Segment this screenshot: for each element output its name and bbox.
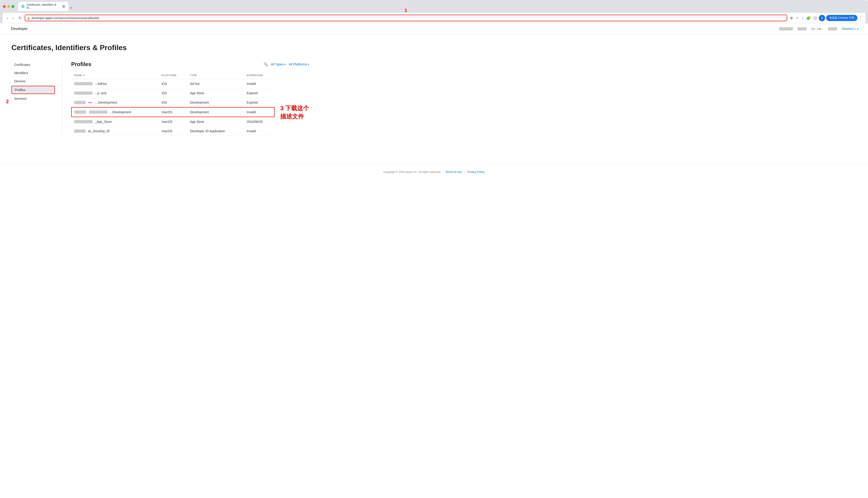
- header-blurred-2: [797, 27, 807, 30]
- reload-button[interactable]: ↻: [17, 15, 23, 21]
- cell-name: _App_Store: [72, 117, 159, 127]
- name-blurred-2: [89, 110, 107, 114]
- fullscreen-window-button[interactable]: [11, 5, 14, 8]
- page-content: Developer Co., Ltd. - Shaohai Li ∨ Certi…: [0, 23, 868, 498]
- step2-annotation: 2: [6, 99, 9, 105]
- traffic-lights: [3, 5, 14, 8]
- cell-expiration: 2024/06/20: [244, 117, 275, 127]
- privacy-policy-link[interactable]: Privacy Policy: [468, 170, 485, 174]
- cell-type: Development: [187, 98, 244, 107]
- browser-menu-button[interactable]: ⋮: [858, 15, 863, 21]
- column-header-type: TYPE: [187, 72, 244, 79]
- sort-arrow-icon: ▾: [83, 74, 85, 77]
- cell-platform: macOS: [159, 117, 187, 127]
- browser-user-avatar[interactable]: S: [819, 15, 825, 21]
- terms-of-use-link[interactable]: Terms of Use: [445, 170, 462, 174]
- profiles-table: NAME ▾ PLATFORM TYPE EXPIR: [71, 72, 275, 136]
- name-blurred: [74, 120, 92, 123]
- cell-name: ac_Develop_ID: [72, 127, 159, 136]
- translate-button[interactable]: ⊕: [789, 15, 794, 21]
- filter-area: 🔍 All Types ▾ All Platforms ▾: [264, 62, 309, 67]
- navigation-bar: ‹ › ↻ 🔒 1 ⊕ ☆ ↓ 🧩 ◫ S 有新版 Chrome 可用 ⋮: [3, 13, 865, 23]
- sidebar-item-devices[interactable]: Devices: [11, 78, 55, 85]
- column-header-platform: PLATFORM: [159, 72, 187, 79]
- cell-type: App Store: [187, 89, 244, 98]
- sidebar: 2 Certificates Identifiers Devices Profi…: [11, 61, 62, 136]
- table-row[interactable]: _App_Store macOS App Store 2024/06/20: [72, 117, 275, 127]
- browser-chrome: 🌐 Certificates, Identifiers & Pr... × + …: [0, 0, 868, 23]
- sidebar-item-services[interactable]: Services: [11, 95, 55, 102]
- footer-separator-2: |: [464, 170, 465, 174]
- table-body: ...AdHoc iOS Ad hoc Invalid: [72, 79, 275, 136]
- content-layout: 2 Certificates Identifiers Devices Profi…: [11, 61, 309, 136]
- tab-close-button[interactable]: ×: [62, 5, 65, 8]
- sidebar-item-certificates[interactable]: Certificates: [11, 61, 55, 68]
- column-header-expiration: EXPIRATION: [244, 72, 275, 79]
- profiles-header: Profiles 🔍 All Types ▾ All Platforms ▾: [71, 61, 309, 67]
- browser-titlebar: 🌐 Certificates, Identifiers & Pr... × +: [3, 2, 865, 11]
- chrome-update-button[interactable]: 有新版 Chrome 可用: [826, 15, 857, 21]
- page-title: Certificates, Identifiers & Profiles: [11, 43, 309, 52]
- cell-expiration: Expired: [244, 98, 275, 107]
- copyright-text: Copyright © 2024 Apple Inc. All rights r…: [383, 170, 441, 174]
- table-area: NAME ▾ PLATFORM TYPE EXPIR: [71, 72, 309, 136]
- step1-annotation: 1: [405, 8, 407, 13]
- header-right: Co., Ltd. - Shaohai Li ∨: [779, 27, 859, 30]
- filter-types-button[interactable]: All Types ▾: [271, 63, 286, 66]
- sidebar-item-identifiers[interactable]: Identifiers: [11, 69, 55, 77]
- new-tab-button[interactable]: +: [69, 5, 73, 11]
- table-row[interactable]: ac_Develop_ID macOS Developer ID Applica…: [72, 127, 275, 136]
- header-blurred-1: [779, 27, 793, 30]
- close-window-button[interactable]: [3, 5, 6, 8]
- minimize-window-button[interactable]: [7, 5, 10, 8]
- apple-developer-label: Developer: [11, 27, 28, 31]
- header-blurred-3: [828, 27, 837, 30]
- table-row[interactable]: ...AdHoc iOS Ad hoc Invalid: [72, 79, 275, 89]
- cell-expiration: Invalid: [244, 107, 275, 117]
- cell-name: ...AdHoc: [72, 79, 159, 89]
- header-user-link[interactable]: Shaohai Li ∨: [842, 27, 859, 30]
- cell-platform: iOS: [159, 98, 187, 107]
- cell-expiration: Invalid: [244, 127, 275, 136]
- cell-expiration: Expired: [244, 89, 275, 98]
- cell-name: ...p .tore: [72, 89, 159, 98]
- table-row[interactable]: ...p .tore iOS App Store Expired: [72, 89, 275, 98]
- cell-platform: iOS: [159, 89, 187, 98]
- cell-type: Ad hoc: [187, 79, 244, 89]
- sidebar-item-profiles[interactable]: Profiles: [11, 86, 55, 94]
- address-bar-container: 🔒 1: [25, 15, 787, 21]
- apple-developer-header: Developer Co., Ltd. - Shaohai Li ∨: [0, 23, 868, 34]
- name-blurred-1: [74, 110, 86, 114]
- forward-button[interactable]: ›: [11, 15, 15, 21]
- main-area: Certificates, Identifiers & Profiles 2 C…: [0, 34, 320, 149]
- extensions-button[interactable]: 🧩: [805, 15, 812, 21]
- profile-button[interactable]: ↓: [801, 15, 804, 21]
- chevron-down-icon: ▾: [284, 63, 286, 66]
- table-header: NAME ▾ PLATFORM TYPE EXPIR: [72, 72, 275, 79]
- filter-platforms-button[interactable]: All Platforms ▾: [289, 63, 309, 66]
- selected-table-row[interactable]: ...Development macOS Development Invalid: [72, 107, 275, 117]
- profiles-main-content: Profiles 🔍 All Types ▾ All Platforms ▾: [62, 61, 309, 136]
- tab-title: Certificates, Identifiers & Pr...: [27, 3, 60, 10]
- cell-platform: macOS: [159, 107, 187, 117]
- address-input[interactable]: [25, 15, 787, 21]
- name-blurred-prefix: [74, 101, 86, 104]
- column-header-name[interactable]: NAME ▾: [72, 72, 159, 79]
- tab-bar: 🌐 Certificates, Identifiers & Pr... × +: [18, 2, 857, 11]
- header-co-label: Co., Ltd. -: [811, 27, 824, 30]
- cell-platform: iOS: [159, 79, 187, 89]
- active-tab[interactable]: 🌐 Certificates, Identifiers & Pr... ×: [18, 2, 68, 11]
- browser-nav-actions: ⊕ ☆ ↓ 🧩 ◫ S 有新版 Chrome 可用 ⋮: [789, 15, 863, 21]
- cell-type: App Store: [187, 117, 244, 127]
- back-button[interactable]: ‹: [5, 15, 9, 21]
- sidebarext-button[interactable]: ◫: [813, 15, 818, 21]
- search-icon[interactable]: 🔍: [264, 62, 268, 67]
- cell-type: Developer ID Application: [187, 127, 244, 136]
- profiles-title: Profiles: [71, 61, 91, 67]
- table-row[interactable]: ▪▪▪ ....Development iOS Development Expi…: [72, 98, 275, 107]
- bookmark-button[interactable]: ☆: [795, 15, 800, 21]
- lock-icon: 🔒: [27, 16, 30, 19]
- cell-name: ▪▪▪ ....Development: [72, 98, 159, 107]
- apple-logo-area: Developer: [9, 27, 28, 31]
- table-header-row: NAME ▾ PLATFORM TYPE EXPIR: [72, 72, 275, 79]
